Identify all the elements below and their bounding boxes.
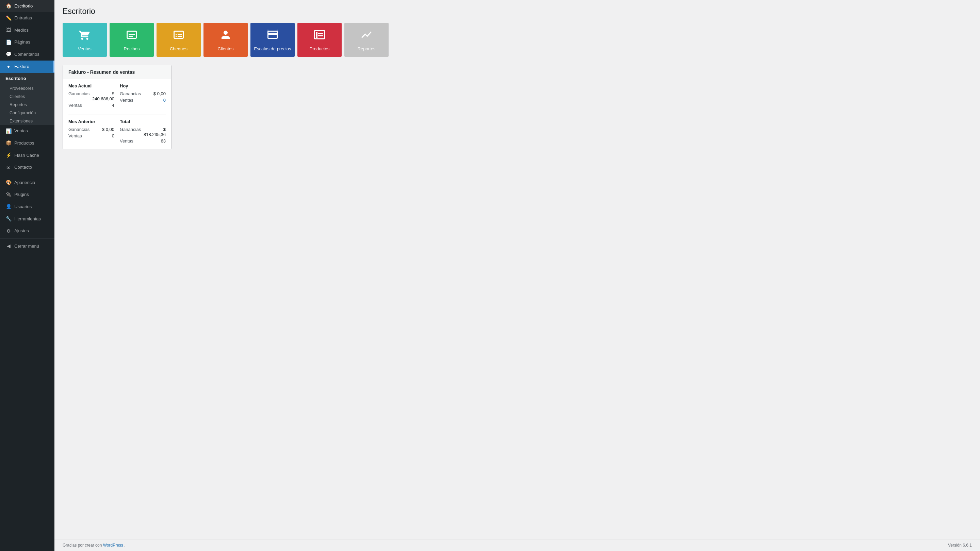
reportes-tile-icon [360, 29, 372, 43]
tile-cheques[interactable]: Cheques [156, 23, 201, 57]
fakturo-icon: ● [5, 63, 11, 70]
tile-clientes[interactable]: Clientes [204, 23, 248, 57]
sidebar-item-apariencia[interactable]: 🎨 Apariencia [0, 176, 54, 189]
plugins-icon: 🔌 [5, 192, 11, 198]
mes-anterior-ganancias-value: $ 0,00 [102, 127, 115, 132]
sidebar-item-usuarios-label: Usuarios [14, 204, 32, 210]
recibos-tile-label: Recibos [124, 46, 140, 51]
sidebar-item-cerrar-menu[interactable]: ◀ Cerrar menú [0, 240, 54, 252]
sidebar-item-usuarios[interactable]: 👤 Usuarios [0, 201, 54, 213]
comentarios-icon: 💬 [5, 51, 11, 58]
summary-card: Fakturo - Resumen de ventas Mes Actual G… [63, 65, 172, 149]
hoy-ventas-row: Ventas 0 [120, 98, 166, 103]
wordpress-link[interactable]: WordPress [103, 543, 123, 548]
escritorio-icon: 🏠 [5, 3, 11, 10]
tile-escalas-de-precios[interactable]: Escalas de precios [250, 23, 295, 57]
footer-left: Gracias por crear con WordPress . [63, 543, 126, 548]
sidebar-item-herramientas[interactable]: 🔧 Herramientas [0, 213, 54, 225]
sidebar-item-plugins-label: Plugins [14, 192, 29, 198]
productos-tile-icon [313, 29, 326, 43]
total-ventas-label: Ventas [120, 138, 134, 143]
sidebar-item-escritorio[interactable]: 🏠 Escritorio [0, 0, 54, 12]
sidebar-item-ventas[interactable]: 📊 Ventas [0, 125, 54, 137]
sidebar-item-paginas[interactable]: 📄 Páginas [0, 37, 54, 49]
sidebar-item-medios-label: Medios [14, 27, 29, 33]
sidebar-item-entradas[interactable]: ✏️ Entradas [0, 12, 54, 24]
hoy-title: Hoy [120, 83, 166, 89]
sidebar-item-flash-cache-label: Flash Cache [14, 152, 39, 159]
cheques-tile-label: Cheques [170, 46, 188, 51]
sidebar-item-herramientas-label: Herramientas [14, 216, 41, 222]
tile-ventas[interactable]: Ventas [63, 23, 107, 57]
total-title: Total [120, 119, 166, 124]
mes-actual-ventas-label: Ventas [68, 103, 82, 108]
mes-anterior-ganancias-row: Ganancias $ 0,00 [68, 127, 115, 132]
hoy-section: Hoy Ganancias $ 0,00 Ventas 0 [120, 83, 166, 109]
sidebar-sub-reportes[interactable]: Reportes [0, 101, 54, 109]
sidebar-sub-clientes[interactable]: Clientes [0, 92, 54, 101]
apariencia-icon: 🎨 [5, 179, 11, 186]
sidebar-sub-extensiones[interactable]: Extensiones [0, 117, 54, 125]
contacto-icon: ✉ [5, 164, 11, 171]
sidebar-item-cerrar-menu-label: Cerrar menú [14, 243, 39, 249]
clientes-tile-label: Clientes [218, 46, 234, 51]
ventas-sidebar-icon: 📊 [5, 128, 11, 135]
page-title: Escritorio [63, 7, 972, 16]
hoy-ventas-label: Ventas [120, 98, 134, 103]
entradas-icon: ✏️ [5, 15, 11, 22]
mes-anterior-ventas-row: Ventas 0 [68, 133, 115, 138]
sidebar-item-plugins[interactable]: 🔌 Plugins [0, 189, 54, 201]
ventas-tile-label: Ventas [78, 46, 92, 51]
tile-reportes[interactable]: Reportes [344, 23, 388, 57]
sidebar-item-fakturo[interactable]: ● Fakturo [0, 60, 54, 73]
ventas-tile-icon [79, 29, 91, 43]
mes-actual-section: Mes Actual Ganancias $ 240.686,00 Ventas… [68, 83, 115, 109]
sidebar-sub-configuracion[interactable]: Configuración [0, 109, 54, 117]
total-ganancias-value: $ 818.235,36 [141, 127, 166, 137]
sidebar-item-fakturo-label: Fakturo [14, 64, 29, 70]
mes-anterior-ganancias-label: Ganancias [68, 127, 89, 132]
sidebar-item-ajustes-label: Ajustes [14, 228, 29, 234]
herramientas-icon: 🔧 [5, 216, 11, 222]
sidebar-item-contacto-label: Contacto [14, 164, 32, 170]
clientes-tile-icon [220, 29, 232, 43]
flash-cache-icon: ⚡ [5, 152, 11, 159]
total-ventas-row: Ventas 63 [120, 138, 166, 143]
tiles-row: VentasRecibosChequesClientesEscalas de p… [63, 23, 972, 57]
sidebar-item-paginas-label: Páginas [14, 39, 30, 45]
total-ventas-value: 63 [161, 138, 166, 143]
sidebar-item-contacto[interactable]: ✉ Contacto [0, 162, 54, 174]
summary-card-title: Fakturo - Resumen de ventas [63, 65, 171, 79]
sidebar-item-apariencia-label: Apariencia [14, 179, 35, 186]
sidebar-item-productos-label: Productos [14, 140, 34, 146]
sidebar-sub-proveedores[interactable]: Proveedores [0, 84, 54, 92]
sidebar-item-comentarios[interactable]: 💬 Comentarios [0, 48, 54, 60]
mes-actual-title: Mes Actual [68, 83, 115, 89]
ajustes-icon: ⚙ [5, 228, 11, 235]
sidebar-item-medios[interactable]: 🖼 Medios [0, 24, 54, 37]
sidebar-item-ventas-label: Ventas [14, 128, 28, 134]
paginas-icon: 📄 [5, 39, 11, 46]
escalas-de-precios-tile-label: Escalas de precios [254, 46, 291, 51]
productos-tile-label: Productos [310, 46, 330, 51]
tile-productos[interactable]: Productos [298, 23, 342, 57]
sidebar-divider-2 [0, 238, 54, 239]
mes-anterior-ventas-value: 0 [112, 133, 115, 138]
tile-recibos[interactable]: Recibos [110, 23, 154, 57]
sidebar-item-ajustes[interactable]: ⚙ Ajustes [0, 225, 54, 237]
sidebar-item-flash-cache[interactable]: ⚡ Flash Cache [0, 149, 54, 162]
sidebar-item-productos[interactable]: 📦 Productos [0, 137, 54, 149]
sidebar-item-escritorio-label: Escritorio [14, 3, 33, 9]
mes-anterior-title: Mes Anterior [68, 119, 115, 124]
mes-actual-ganancias-label: Ganancias [68, 91, 89, 102]
mes-actual-ganancias-value: $ 240.686,00 [89, 91, 115, 102]
mes-actual-ganancias-row: Ganancias $ 240.686,00 [68, 91, 115, 102]
medios-icon: 🖼 [5, 27, 11, 34]
mes-anterior-section: Mes Anterior Ganancias $ 0,00 Ventas 0 [68, 119, 115, 145]
escalas-de-precios-tile-icon [266, 29, 279, 43]
sidebar-item-entradas-label: Entradas [14, 15, 32, 21]
hoy-ganancias-label: Ganancias [120, 91, 141, 96]
sidebar-section-escritorio: Escritorio [0, 73, 54, 84]
hoy-ventas-value: 0 [163, 98, 166, 103]
productos-sidebar-icon: 📦 [5, 140, 11, 147]
